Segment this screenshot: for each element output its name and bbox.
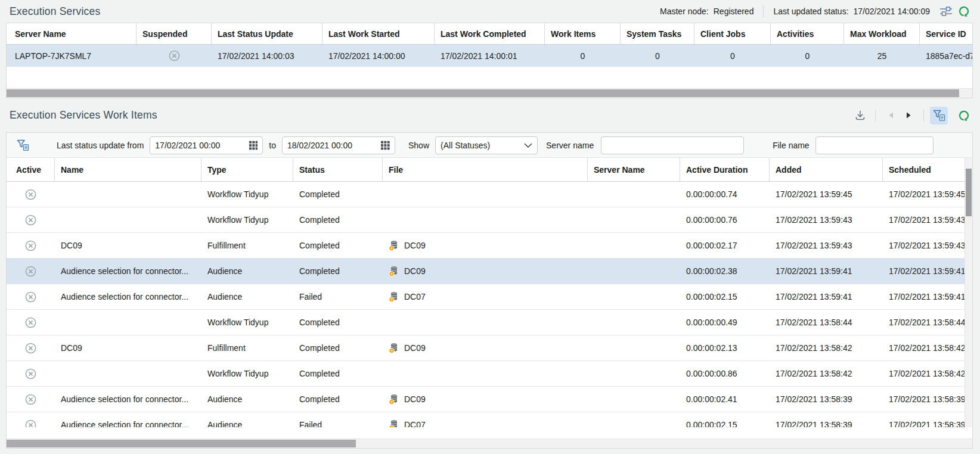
column-header-client-jobs[interactable]: Client Jobs — [694, 23, 771, 44]
cell-active — [7, 342, 55, 355]
cell-active — [7, 368, 55, 380]
settings-button[interactable] — [937, 2, 955, 20]
column-header-last-work-started[interactable]: Last Work Started — [322, 23, 435, 44]
refresh-work-items-button[interactable] — [955, 107, 973, 125]
cell-status: Completed — [293, 266, 383, 276]
services-horizontal-scrollbar[interactable] — [7, 88, 972, 98]
status-filter-dropdown[interactable]: (All Statuses) — [435, 136, 538, 154]
cell-system-tasks: 0 — [621, 51, 694, 61]
work-item-row[interactable]: Audience selection for connector...Audie… — [7, 412, 972, 427]
export-button[interactable] — [851, 107, 869, 125]
column-header-max-workload[interactable]: Max Workload — [844, 23, 920, 44]
column-header-suspended[interactable]: Suspended — [137, 23, 212, 44]
column-header-active[interactable]: Active — [7, 158, 55, 181]
database-lightning-icon — [389, 419, 399, 428]
work-item-row[interactable]: Workflow TidyupCompleted0.00:00:00.4917/… — [7, 310, 972, 335]
next-page-button[interactable] — [900, 107, 917, 125]
cell-last-work-started: 17/02/2021 14:00:00 — [322, 51, 435, 61]
cell-active-duration: 0.00:00:02.38 — [680, 266, 770, 276]
calendar-grid-icon[interactable] — [249, 141, 258, 150]
cell-added: 17/02/2021 13:58:39 — [770, 394, 883, 404]
cell-active — [7, 214, 55, 226]
scrollbar-thumb[interactable] — [966, 169, 972, 216]
cell-name: Audience selection for connector... — [55, 266, 201, 276]
work-items-horizontal-scrollbar[interactable] — [7, 439, 972, 448]
cell-active — [7, 419, 55, 428]
work-item-row[interactable]: Audience selection for connector...Audie… — [7, 259, 972, 284]
cell-type: Audience — [201, 394, 293, 404]
cell-added: 17/02/2021 13:58:42 — [770, 343, 883, 353]
column-header-scheduled[interactable]: Scheduled — [883, 158, 973, 181]
work-item-row[interactable]: Audience selection for connector...Audie… — [7, 284, 972, 310]
database-lightning-icon — [389, 394, 399, 405]
cell-scheduled: 17/02/2021 13:59:41 — [883, 292, 972, 301]
column-header-status[interactable]: Status — [293, 158, 383, 181]
scrollbar-thumb[interactable] — [7, 89, 959, 97]
circle-x-icon — [24, 214, 37, 226]
file-name-field[interactable] — [815, 136, 934, 154]
work-items-header: Execution Services Work Items — [0, 98, 980, 132]
column-header-last-work-completed[interactable]: Last Work Completed — [435, 23, 545, 44]
cell-type: Audience — [201, 420, 293, 427]
refresh-icon — [957, 109, 970, 122]
server-name-input[interactable] — [606, 141, 739, 150]
column-header-server-name[interactable]: Server Name — [588, 158, 680, 181]
cell-scheduled: 17/02/2021 13:58:39 — [883, 394, 972, 404]
work-item-row[interactable]: Workflow TidyupCompleted0.00:00:00.8617/… — [7, 361, 972, 387]
prev-arrow-icon — [886, 111, 895, 120]
cell-file: DC09 — [383, 394, 588, 405]
column-header-type[interactable]: Type — [201, 158, 293, 181]
filter-toggle-button[interactable] — [930, 107, 948, 125]
cell-file: DC07 — [383, 291, 588, 303]
cell-active-duration: 0.00:00:00.86 — [680, 369, 770, 378]
cell-status: Completed — [293, 394, 383, 404]
work-item-row[interactable]: Audience selection for connector...Audie… — [7, 387, 972, 412]
work-items-table-header: Active Name Type Status File Server Name… — [7, 158, 972, 182]
work-item-row[interactable]: DC09FulfillmentCompletedDC090.00:00:02.1… — [7, 233, 972, 259]
refresh-services-button[interactable] — [955, 2, 973, 20]
column-header-last-status-update[interactable]: Last Status Update — [212, 23, 322, 44]
filter-bar-icon-button[interactable] — [14, 136, 32, 154]
scrollbar-thumb[interactable] — [7, 440, 356, 447]
cell-added: 17/02/2021 13:58:44 — [770, 318, 883, 327]
services-table-header: Server Name Suspended Last Status Update… — [7, 23, 972, 45]
circle-x-icon — [24, 188, 37, 201]
cell-added: 17/02/2021 13:59:43 — [770, 215, 883, 225]
work-item-row[interactable]: Workflow TidyupCompleted0.00:00:00.7617/… — [7, 207, 972, 233]
divider — [763, 5, 764, 17]
column-header-activities[interactable]: Activities — [771, 23, 844, 44]
circle-x-icon — [24, 368, 37, 380]
previous-page-button[interactable] — [882, 107, 900, 125]
database-lightning-icon — [389, 266, 399, 277]
column-header-name[interactable]: Name — [55, 158, 201, 181]
sliders-icon — [939, 5, 953, 17]
service-row[interactable]: LAPTOP-7JK7SML7 17/02/2021 14:00:03 17/0… — [7, 45, 972, 67]
cell-type: Workflow Tidyup — [201, 215, 293, 225]
date-to-field[interactable] — [282, 136, 395, 154]
file-name-input[interactable] — [821, 141, 928, 150]
date-from-input[interactable] — [155, 141, 249, 150]
cell-active-duration: 0.00:00:02.13 — [680, 343, 770, 353]
cell-active — [7, 188, 55, 201]
server-name-field[interactable] — [601, 136, 744, 154]
date-from-field[interactable] — [150, 136, 263, 154]
cell-active — [7, 265, 55, 278]
cell-name: Audience selection for connector... — [55, 394, 201, 404]
cell-status: Completed — [293, 215, 383, 225]
work-item-row[interactable]: DC09FulfillmentCompletedDC090.00:00:02.1… — [7, 335, 972, 361]
cell-status: Completed — [293, 241, 383, 250]
column-header-system-tasks[interactable]: System Tasks — [621, 23, 694, 44]
work-item-row[interactable]: Workflow TidyupCompleted0.00:00:00.7417/… — [7, 182, 972, 207]
column-header-active-duration[interactable]: Active Duration — [680, 158, 770, 181]
column-header-file[interactable]: File — [383, 158, 588, 181]
column-header-service-id[interactable]: Service ID — [920, 23, 973, 44]
date-to-input[interactable] — [287, 141, 381, 150]
column-header-server-name[interactable]: Server Name — [7, 23, 137, 44]
cell-active — [7, 393, 55, 406]
column-header-added[interactable]: Added — [770, 158, 883, 181]
work-items-vertical-scrollbar[interactable] — [965, 158, 972, 427]
file-name-text: DC09 — [404, 266, 426, 276]
last-updated-label: Last updated status: — [773, 7, 848, 16]
column-header-work-items[interactable]: Work Items — [545, 23, 621, 44]
calendar-grid-icon[interactable] — [381, 141, 390, 150]
